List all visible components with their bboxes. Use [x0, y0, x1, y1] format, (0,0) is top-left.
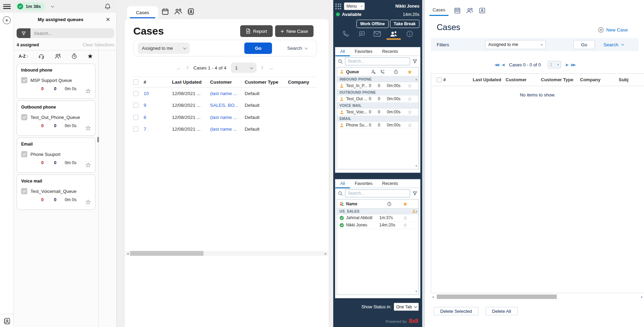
show-status-select[interactable]: One Tab: [394, 303, 419, 311]
waffle-grid-icon[interactable]: [335, 3, 341, 9]
case-customer-link[interactable]: (last name ...: [210, 115, 245, 120]
next-page-icon[interactable]: ▶: [566, 63, 568, 67]
hamburger-menu-icon[interactable]: [3, 4, 11, 9]
scrollbar-thumb[interactable]: [130, 251, 203, 256]
scroll-up-icon[interactable]: ▲: [415, 78, 418, 81]
queues-search-input[interactable]: [30, 28, 114, 38]
tab-all[interactable]: All: [335, 47, 350, 56]
row-checkbox[interactable]: [133, 127, 138, 132]
console-menu-button[interactable]: Menu ▾: [344, 2, 365, 10]
close-panel-icon[interactable]: ×: [106, 16, 110, 23]
sort-alpha-button[interactable]: A-Z ↑: [19, 54, 29, 59]
case-row[interactable]: 10 12/08/2021 ... (last name ... Default: [133, 87, 317, 100]
case-id-link[interactable]: 9: [144, 103, 172, 108]
notifications-bell-icon[interactable]: [104, 3, 111, 10]
case-row[interactable]: 9 12/08/2021 ... SALES, BO... Default: [133, 100, 317, 112]
row-checkbox[interactable]: [133, 103, 138, 108]
new-case-link[interactable]: New Case: [598, 27, 628, 33]
case-id-link[interactable]: 8: [144, 115, 172, 120]
crm-go-button[interactable]: Go: [573, 40, 595, 49]
case-customer-link[interactable]: (last name ...: [210, 127, 245, 132]
queue-group-header[interactable]: EMAIL: [337, 116, 418, 122]
status-chevron-down-icon[interactable]: [51, 4, 54, 8]
add-panel-plus-icon[interactable]: +: [3, 16, 11, 24]
take-break-button[interactable]: Take Break: [390, 20, 419, 28]
case-id-link[interactable]: 7: [144, 127, 172, 132]
favorite-star-icon[interactable]: ☆: [405, 109, 415, 115]
prev-page-chevron-icon[interactable]: ‹: [187, 64, 189, 71]
customers-icon[interactable]: [466, 7, 474, 14]
sort-wait-time-icon[interactable]: [71, 53, 78, 59]
work-offline-button[interactable]: Work Offline: [356, 20, 389, 28]
crm-filter-select[interactable]: Assigned to me ▾: [485, 40, 546, 49]
case-customer-link[interactable]: SALES, BO...: [210, 103, 245, 108]
case-filter-select[interactable]: Assigned to me: [138, 43, 190, 54]
horizontal-scrollbar[interactable]: ◂ ▸: [125, 251, 328, 256]
panel-resizer-handle[interactable]: [97, 137, 99, 142]
sort-group-icon[interactable]: [54, 53, 61, 59]
info-icon[interactable]: [406, 30, 414, 38]
tab-recents[interactable]: Recents: [377, 179, 403, 188]
queue-checkbox[interactable]: [21, 151, 27, 157]
queue-row[interactable]: Test_In_P... 0 0 0m:00s ☆: [337, 82, 418, 90]
tab-favorites[interactable]: Favorites: [350, 47, 377, 56]
case-customer-link[interactable]: (last name ...: [210, 91, 245, 96]
favorite-star-icon[interactable]: ☆: [85, 162, 91, 168]
agent-status-badge[interactable]: 1m 38s: [16, 2, 45, 11]
contact-card-icon[interactable]: [479, 7, 486, 14]
tab-recents[interactable]: Recents: [377, 47, 403, 56]
contacts-book-icon[interactable]: [3, 317, 11, 325]
row-checkbox[interactable]: [133, 91, 138, 96]
delete-all-button[interactable]: Delete All: [486, 307, 518, 315]
last-page-icon[interactable]: ▶▶: [571, 63, 575, 67]
page-select[interactable]: 1: [231, 63, 256, 73]
next-page-chevron-icon[interactable]: ›: [261, 64, 263, 71]
filter-funnel-icon[interactable]: [412, 191, 418, 196]
select-all-checkbox[interactable]: [133, 80, 138, 85]
agent-row[interactable]: Jahmal Abbott 1m:37s ☆: [337, 214, 418, 222]
queue-group-header[interactable]: VOICE MAIL: [337, 103, 418, 109]
contact-card-icon[interactable]: [187, 8, 195, 16]
favorite-star-icon[interactable]: ☆: [85, 199, 91, 205]
sort-favorites-star-icon[interactable]: ★: [87, 53, 93, 59]
scroll-down-icon[interactable]: ▼: [415, 290, 418, 293]
search-toggle[interactable]: Search: [287, 46, 307, 51]
queue-checkbox[interactable]: [21, 114, 27, 120]
filter-funnel-icon[interactable]: [412, 59, 418, 64]
delete-selected-button[interactable]: Delete Selected: [434, 307, 479, 315]
favorite-star-icon[interactable]: ☆: [405, 122, 415, 128]
email-channel-icon[interactable]: [373, 30, 381, 37]
phone-channel-icon[interactable]: [342, 30, 350, 38]
calendar-icon[interactable]: [454, 7, 461, 14]
tab-favorites[interactable]: Favorites: [350, 179, 377, 188]
queue-search-input[interactable]: [345, 57, 410, 65]
first-page-icon[interactable]: ◀◀: [495, 63, 498, 67]
queue-row[interactable]: Test_Voic... 0 0 0m:00s ☆: [337, 109, 418, 116]
scroll-right-arrow-icon[interactable]: ▸: [323, 252, 328, 255]
scroll-left-arrow-icon[interactable]: ◂: [125, 252, 130, 255]
customers-icon[interactable]: [174, 8, 182, 16]
case-row[interactable]: 7 12/08/2021 ... (last name ... Default: [133, 123, 317, 136]
go-button[interactable]: Go: [244, 43, 272, 54]
prev-page-icon[interactable]: ◀: [502, 63, 504, 67]
scroll-up-icon[interactable]: ▲: [415, 210, 418, 213]
sort-headset-icon[interactable]: [38, 53, 45, 59]
favorite-star-icon[interactable]: ☆: [85, 88, 91, 94]
case-id-link[interactable]: 10: [144, 91, 172, 96]
tab-cases[interactable]: Cases: [127, 6, 158, 19]
queue-group-header[interactable]: INBOUND PHONE: [337, 76, 418, 82]
select-all-checkbox[interactable]: [437, 77, 442, 82]
case-row[interactable]: 8 12/08/2021 ... (last name ... Default: [133, 111, 317, 123]
tab-cases[interactable]: Cases: [431, 5, 447, 16]
favorite-star-icon[interactable]: ☆: [405, 83, 415, 88]
favorite-star-icon[interactable]: ☆: [399, 215, 411, 221]
crm-page-select[interactable]: 1 ▾: [548, 61, 561, 68]
first-page-arrow-icon[interactable]: ←: [176, 65, 182, 71]
scrollbar-thumb[interactable]: [437, 295, 557, 299]
favorite-star-icon[interactable]: ☆: [399, 222, 411, 228]
row-checkbox[interactable]: [133, 115, 138, 120]
queue-checkbox[interactable]: [21, 188, 27, 194]
last-page-arrow-icon[interactable]: →: [268, 65, 274, 71]
scroll-left-arrow-icon[interactable]: ◂: [431, 295, 435, 299]
scroll-down-icon[interactable]: ▼: [415, 165, 418, 168]
